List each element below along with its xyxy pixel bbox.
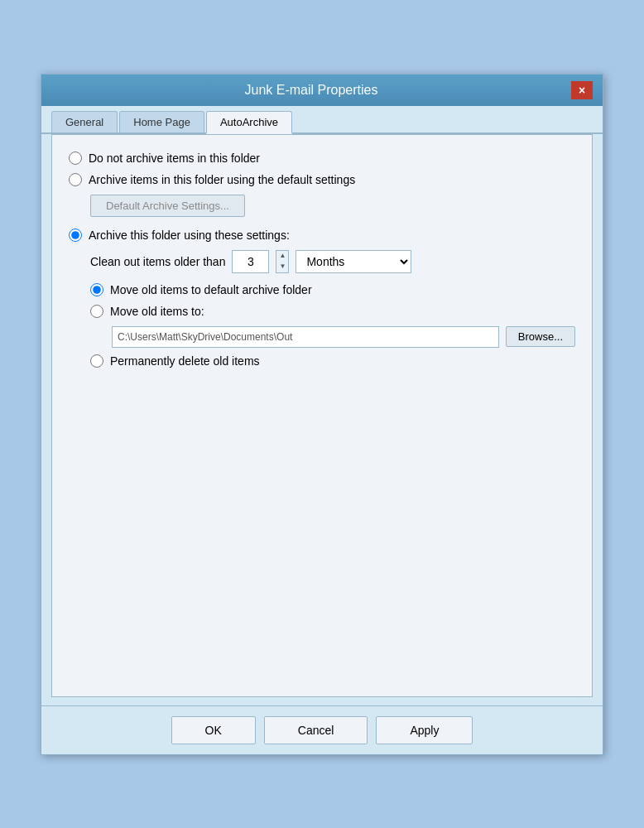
radio-do-not-archive[interactable] bbox=[69, 152, 82, 165]
move-to-row: Move old items to: bbox=[90, 305, 575, 318]
archive-this-row: Archive this folder using these settings… bbox=[69, 229, 575, 242]
radio-archive-default[interactable] bbox=[69, 173, 82, 186]
do-not-archive-row: Do not archive items in this folder bbox=[69, 152, 575, 165]
dialog-footer: OK Cancel Apply bbox=[41, 705, 603, 754]
radio-move-default[interactable] bbox=[90, 283, 103, 296]
archive-default-row: Archive items in this folder using the d… bbox=[69, 173, 575, 186]
radio-permanently-delete[interactable] bbox=[90, 354, 103, 368]
period-select[interactable]: Days Weeks Months bbox=[296, 250, 411, 273]
tabs-bar: General Home Page AutoArchive bbox=[41, 106, 603, 134]
move-to-label: Move old items to: bbox=[110, 305, 204, 318]
move-default-label: Move old items to default archive folder bbox=[110, 283, 312, 296]
browse-button[interactable]: Browse... bbox=[506, 326, 575, 347]
tab-general[interactable]: General bbox=[51, 111, 118, 132]
clean-out-label: Clean out items older than bbox=[90, 255, 225, 268]
default-archive-settings-button: Default Archive Settings... bbox=[90, 195, 245, 217]
close-button[interactable]: × bbox=[571, 81, 593, 99]
tab-content-autoarchive: Do not archive items in this folder Arch… bbox=[51, 134, 593, 697]
dialog-title: Junk E-mail Properties bbox=[51, 83, 571, 98]
archive-settings-section: Clean out items older than ▲ ▼ Days Week… bbox=[90, 250, 575, 368]
tab-homepage[interactable]: Home Page bbox=[119, 111, 204, 132]
move-default-row: Move old items to default archive folder bbox=[90, 283, 575, 296]
radio-archive-this[interactable] bbox=[69, 229, 82, 242]
archive-path-input[interactable] bbox=[112, 326, 499, 348]
title-bar: Junk E-mail Properties × bbox=[41, 75, 603, 106]
apply-button[interactable]: Apply bbox=[376, 716, 473, 744]
cancel-button[interactable]: Cancel bbox=[264, 716, 368, 744]
archive-default-label: Archive items in this folder using the d… bbox=[89, 173, 355, 186]
do-not-archive-label: Do not archive items in this folder bbox=[89, 152, 260, 165]
tab-autoarchive[interactable]: AutoArchive bbox=[206, 111, 292, 134]
dialog-window: Junk E-mail Properties × General Home Pa… bbox=[41, 74, 603, 755]
clean-out-number-input[interactable] bbox=[232, 250, 269, 273]
clean-out-row: Clean out items older than ▲ ▼ Days Week… bbox=[90, 250, 575, 273]
spinner: ▲ ▼ bbox=[276, 250, 289, 273]
archive-this-label: Archive this folder using these settings… bbox=[89, 229, 290, 242]
spinner-up-button[interactable]: ▲ bbox=[276, 251, 288, 262]
spinner-down-button[interactable]: ▼ bbox=[276, 262, 288, 272]
permanently-delete-label: Permanently delete old items bbox=[110, 354, 260, 368]
path-browse-row: Browse... bbox=[112, 326, 575, 348]
radio-move-to[interactable] bbox=[90, 305, 103, 318]
permanently-delete-row: Permanently delete old items bbox=[90, 354, 575, 368]
ok-button[interactable]: OK bbox=[171, 716, 256, 744]
